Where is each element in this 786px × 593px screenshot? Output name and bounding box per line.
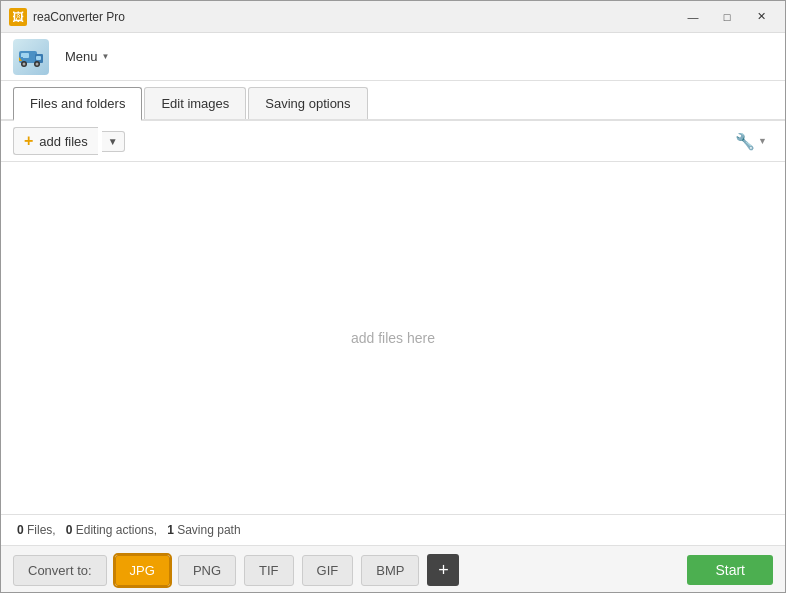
settings-icon: 🔧 bbox=[735, 132, 755, 151]
bottombar: Convert to: JPG PNG TIF GIF BMP + Start bbox=[1, 545, 785, 593]
files-count: 0 bbox=[17, 523, 24, 537]
add-format-button[interactable]: + bbox=[427, 554, 459, 586]
empty-state-text: add files here bbox=[351, 330, 435, 346]
minimize-button[interactable]: — bbox=[677, 6, 709, 28]
window-controls: — □ ✕ bbox=[677, 6, 777, 28]
titlebar: 🖼 reaConverter Pro — □ ✕ bbox=[1, 1, 785, 33]
editing-label: Editing actions, bbox=[76, 523, 157, 537]
format-jpg-button[interactable]: JPG bbox=[115, 555, 170, 586]
tab-edit-images[interactable]: Edit images bbox=[144, 87, 246, 119]
files-drop-area[interactable]: add files here bbox=[1, 162, 785, 514]
format-png-button[interactable]: PNG bbox=[178, 555, 236, 586]
settings-dropdown-arrow: ▼ bbox=[758, 136, 767, 146]
saving-label: Saving path bbox=[177, 523, 240, 537]
logo-svg bbox=[17, 43, 45, 71]
plus-icon: + bbox=[24, 132, 33, 150]
format-tif-button[interactable]: TIF bbox=[244, 555, 294, 586]
main-wrapper: Files and folders Edit images Saving opt… bbox=[1, 81, 785, 593]
svg-point-5 bbox=[36, 62, 39, 65]
close-button[interactable]: ✕ bbox=[745, 6, 777, 28]
app-icon: 🖼 bbox=[9, 8, 27, 26]
start-button[interactable]: Start bbox=[687, 555, 773, 585]
settings-button[interactable]: 🔧 ▼ bbox=[729, 128, 773, 155]
convert-to-label: Convert to: bbox=[13, 555, 107, 586]
logo-icon bbox=[13, 39, 49, 75]
svg-rect-7 bbox=[36, 56, 41, 60]
menu-dropdown-arrow: ▼ bbox=[102, 52, 110, 61]
editing-count: 0 bbox=[66, 523, 73, 537]
statusbar: 0 Files, 0 Editing actions, 1 Saving pat… bbox=[1, 514, 785, 545]
window-title: reaConverter Pro bbox=[33, 10, 677, 24]
toolbar-left: + add files ▼ bbox=[13, 127, 125, 155]
saving-count: 1 bbox=[167, 523, 174, 537]
format-bmp-button[interactable]: BMP bbox=[361, 555, 419, 586]
files-toolbar: + add files ▼ 🔧 ▼ bbox=[1, 121, 785, 162]
add-files-dropdown-button[interactable]: ▼ bbox=[102, 131, 125, 152]
menubar: Menu ▼ bbox=[1, 33, 785, 81]
svg-point-3 bbox=[23, 62, 26, 65]
maximize-button[interactable]: □ bbox=[711, 6, 743, 28]
tabbar: Files and folders Edit images Saving opt… bbox=[1, 81, 785, 121]
tab-files-folders[interactable]: Files and folders bbox=[13, 87, 142, 121]
menu-label: Menu bbox=[65, 49, 98, 64]
tab-saving-options[interactable]: Saving options bbox=[248, 87, 367, 119]
files-label: Files, bbox=[27, 523, 56, 537]
add-files-label: add files bbox=[39, 134, 87, 149]
app-logo bbox=[13, 39, 49, 75]
add-files-button[interactable]: + add files bbox=[13, 127, 98, 155]
menu-button[interactable]: Menu ▼ bbox=[57, 45, 117, 68]
format-gif-button[interactable]: GIF bbox=[302, 555, 354, 586]
